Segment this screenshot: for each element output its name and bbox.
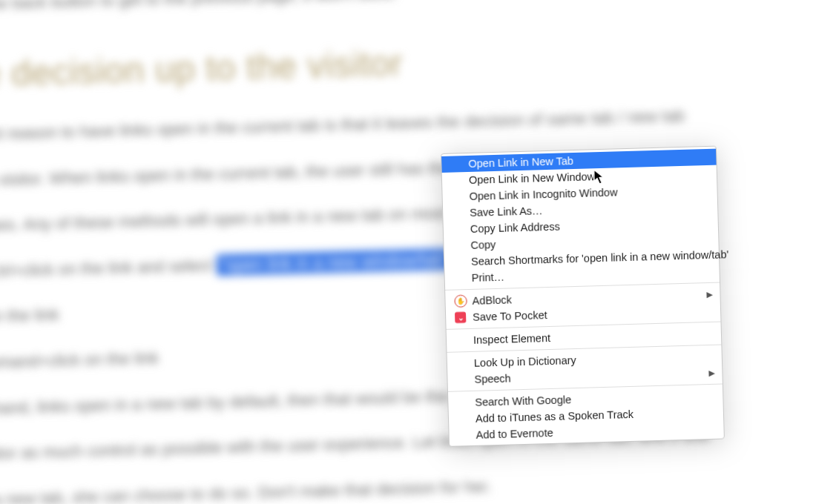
context-menu-item-label: Copy <box>470 239 496 251</box>
context-menu[interactable]: Open Link in New TabOpen Link in New Win… <box>441 146 725 447</box>
context-menu-item-label: Save Link As… <box>470 205 543 219</box>
context-menu-item-label: Add to iTunes as a Spoken Track <box>476 408 634 425</box>
adblock-icon: ✋ <box>454 295 467 308</box>
chevron-right-icon: ▶ <box>706 289 712 299</box>
article-line: n in a new tab, she can choose to do so.… <box>0 461 816 504</box>
context-menu-item-label: Save To Pocket <box>473 309 547 323</box>
article-line: click the back button to get to the prev… <box>0 0 816 19</box>
context-menu-item-label: Speech <box>474 372 511 385</box>
pocket-icon: ⌄ <box>455 312 466 323</box>
context-menu-item-label: AdBlock <box>472 294 512 306</box>
context-menu-item-label: Print… <box>471 271 504 284</box>
article-heading: the decision up to the visitor <box>0 19 816 107</box>
context-menu-item-label: Open Link in New Tab <box>468 155 573 170</box>
context-menu-item-label: Search With Google <box>475 394 571 408</box>
context-menu-item-label: Copy Link Address <box>470 221 560 235</box>
context-menu-item-label: Inspect Element <box>473 332 550 346</box>
article-line: portant reason to have links open in the… <box>0 96 816 150</box>
article-text: k or Ctrl+click on the link and select <box>0 256 217 281</box>
chevron-right-icon: ▶ <box>708 368 714 377</box>
context-menu-item-label: Look Up in Dictionary <box>474 354 576 369</box>
context-menu-item-label: Open Link in New Window <box>469 170 595 186</box>
context-menu-item-label: Open Link in Incognito Window <box>469 186 617 202</box>
context-menu-item-label: Add to Evernote <box>476 427 553 441</box>
selected-link-text: "open link in a new window/tab" <box>216 248 454 276</box>
